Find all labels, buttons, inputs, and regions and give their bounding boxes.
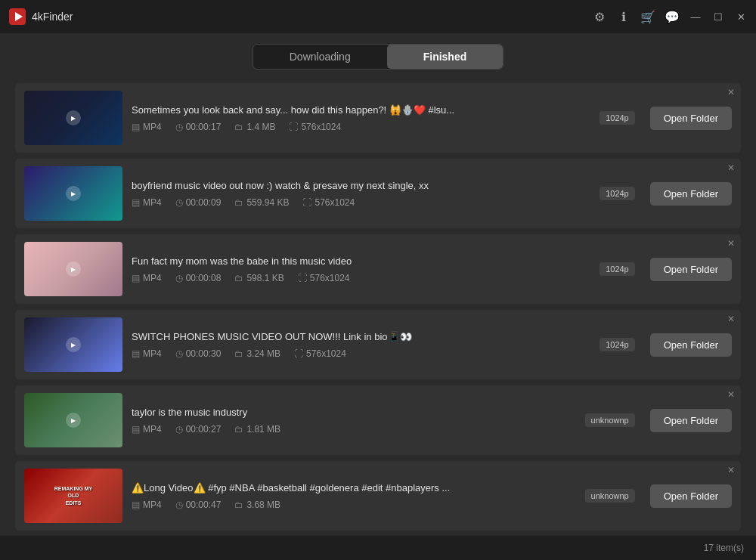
- meta-size: 🗀 559.94 KB: [234, 197, 289, 208]
- quality-badge: 1024p: [600, 111, 635, 125]
- item-thumbnail: ▶: [24, 166, 122, 221]
- item-info: Fun fact my mom was the babe in this mus…: [132, 255, 590, 283]
- open-folder-button[interactable]: Open Folder: [650, 333, 732, 357]
- item-thumbnail: ▶: [24, 242, 122, 296]
- meta-resolution: ⛶ 576x1024: [294, 348, 346, 359]
- item-title: Fun fact my mom was the babe in this mus…: [132, 255, 590, 267]
- meta-format: ▤ MP4: [132, 197, 162, 208]
- item-thumbnail: REMAKING MYOLDEDITS: [24, 469, 122, 523]
- item-card: ▶ boyfriend music video out now :) watch…: [15, 159, 741, 228]
- open-folder-button[interactable]: Open Folder: [650, 484, 732, 508]
- quality-badge: 1024p: [600, 187, 635, 200]
- cart-icon[interactable]: 🛒: [641, 10, 655, 23]
- tab-container: Downloading Finished: [253, 44, 504, 70]
- clock-icon: ◷: [175, 197, 183, 208]
- tab-finished[interactable]: Finished: [387, 45, 503, 69]
- meta-resolution: ⛶ 576x1024: [289, 122, 341, 132]
- chat-icon[interactable]: 💬: [665, 10, 679, 23]
- item-card: ▶ SWITCH PHONES MUSIC VIDEO OUT NOW!!! L…: [15, 310, 741, 379]
- content-area: ▶ Sometimes you look back and say... how…: [0, 77, 756, 536]
- item-title: taylor is the music industry: [132, 407, 576, 418]
- remove-item-button[interactable]: ✕: [727, 163, 735, 172]
- status-bar: 17 item(s): [0, 536, 756, 560]
- item-title: Sometimes you look back and say... how d…: [132, 104, 590, 116]
- tab-downloading[interactable]: Downloading: [253, 45, 387, 69]
- format-icon: ▤: [132, 197, 140, 208]
- meta-format: ▤ MP4: [132, 500, 162, 510]
- meta-size: 🗀 1.81 MB: [234, 424, 280, 435]
- item-info: Sometimes you look back and say... how d…: [132, 104, 590, 132]
- format-icon: ▤: [132, 122, 140, 132]
- item-info: taylor is the music industry ▤ MP4 ◷ 00:…: [132, 407, 576, 435]
- meta-size: 🗀 1.4 MB: [234, 122, 275, 132]
- format-icon: ▤: [132, 424, 140, 435]
- item-title: SWITCH PHONES MUSIC VIDEO OUT NOW!!! Lin…: [132, 331, 590, 342]
- item-title: ⚠️Long Video⚠️ #fyp #NBA #basketball #go…: [132, 482, 576, 493]
- format-icon: ▤: [132, 500, 140, 510]
- app-title: 4kFinder: [32, 11, 593, 23]
- item-card: REMAKING MYOLDEDITS ⚠️Long Video⚠️ #fyp …: [15, 461, 741, 531]
- meta-format: ▤ MP4: [132, 122, 162, 132]
- minimize-button[interactable]: —: [689, 11, 702, 23]
- clock-icon: ◷: [175, 348, 183, 359]
- open-folder-button[interactable]: Open Folder: [650, 409, 732, 432]
- folder-icon: 🗀: [234, 197, 243, 208]
- clock-icon: ◷: [175, 273, 183, 283]
- folder-icon: 🗀: [234, 500, 243, 510]
- item-thumbnail: ▶: [24, 317, 122, 372]
- resolution-icon: ⛶: [289, 122, 298, 132]
- item-info: ⚠️Long Video⚠️ #fyp #NBA #basketball #go…: [132, 482, 576, 510]
- item-meta: ▤ MP4 ◷ 00:00:09 🗀 559.94 KB ⛶ 576x1024: [132, 197, 590, 208]
- meta-size: 🗀 3.24 MB: [234, 348, 280, 359]
- meta-resolution: ⛶ 576x1024: [302, 197, 355, 208]
- meta-duration: ◷ 00:00:17: [175, 122, 222, 132]
- meta-duration: ◷ 00:00:09: [175, 197, 222, 208]
- open-folder-button[interactable]: Open Folder: [650, 107, 732, 130]
- meta-format: ▤ MP4: [132, 424, 162, 435]
- item-count: 17 item(s): [704, 543, 744, 553]
- quality-badge: 1024p: [600, 262, 635, 276]
- settings-icon[interactable]: ⚙: [593, 10, 606, 23]
- item-meta: ▤ MP4 ◷ 00:00:27 🗀 1.81 MB: [132, 424, 576, 435]
- folder-icon: 🗀: [234, 122, 243, 132]
- open-folder-button[interactable]: Open Folder: [650, 182, 732, 206]
- item-card: ▶ Fun fact my mom was the babe in this m…: [15, 234, 741, 304]
- resolution-icon: ⛶: [294, 348, 303, 359]
- maximize-button[interactable]: ☐: [712, 11, 724, 23]
- meta-duration: ◷ 00:00:27: [175, 424, 222, 435]
- meta-duration: ◷ 00:00:47: [175, 500, 222, 510]
- info-icon[interactable]: ℹ: [617, 10, 631, 23]
- quality-badge: unknownp: [585, 489, 635, 503]
- close-button[interactable]: ✕: [735, 11, 747, 23]
- app-logo: [9, 8, 26, 25]
- item-meta: ▤ MP4 ◷ 00:00:17 🗀 1.4 MB ⛶ 576x1024: [132, 122, 590, 132]
- tab-bar: Downloading Finished: [0, 33, 756, 77]
- meta-format: ▤ MP4: [132, 273, 162, 283]
- folder-icon: 🗀: [234, 424, 243, 435]
- folder-icon: 🗀: [234, 348, 243, 359]
- clock-icon: ◷: [175, 122, 183, 132]
- resolution-icon: ⛶: [298, 273, 307, 283]
- item-meta: ▤ MP4 ◷ 00:00:08 🗀 598.1 KB ⛶ 576x1024: [132, 273, 590, 283]
- remove-item-button[interactable]: ✕: [727, 239, 735, 248]
- item-info: SWITCH PHONES MUSIC VIDEO OUT NOW!!! Lin…: [132, 331, 590, 359]
- clock-icon: ◷: [175, 424, 183, 435]
- remove-item-button[interactable]: ✕: [727, 88, 735, 97]
- open-folder-button[interactable]: Open Folder: [650, 258, 732, 281]
- meta-format: ▤ MP4: [132, 348, 162, 359]
- item-card: ▶ Sometimes you look back and say... how…: [15, 83, 741, 153]
- format-icon: ▤: [132, 273, 140, 283]
- remove-item-button[interactable]: ✕: [727, 314, 735, 323]
- clock-icon: ◷: [175, 500, 183, 510]
- meta-duration: ◷ 00:00:30: [175, 348, 222, 359]
- item-thumbnail: ▶: [24, 393, 122, 447]
- remove-item-button[interactable]: ✕: [727, 466, 735, 475]
- remove-item-button[interactable]: ✕: [727, 390, 735, 399]
- meta-size: 🗀 598.1 KB: [234, 273, 284, 283]
- title-bar-controls: ⚙ ℹ 🛒 💬 — ☐ ✕: [593, 10, 747, 23]
- resolution-icon: ⛶: [302, 197, 311, 208]
- meta-size: 🗀 3.68 MB: [234, 500, 280, 510]
- folder-icon: 🗀: [234, 273, 243, 283]
- item-meta: ▤ MP4 ◷ 00:00:30 🗀 3.24 MB ⛶ 576x1024: [132, 348, 590, 359]
- item-thumbnail: ▶: [24, 91, 122, 145]
